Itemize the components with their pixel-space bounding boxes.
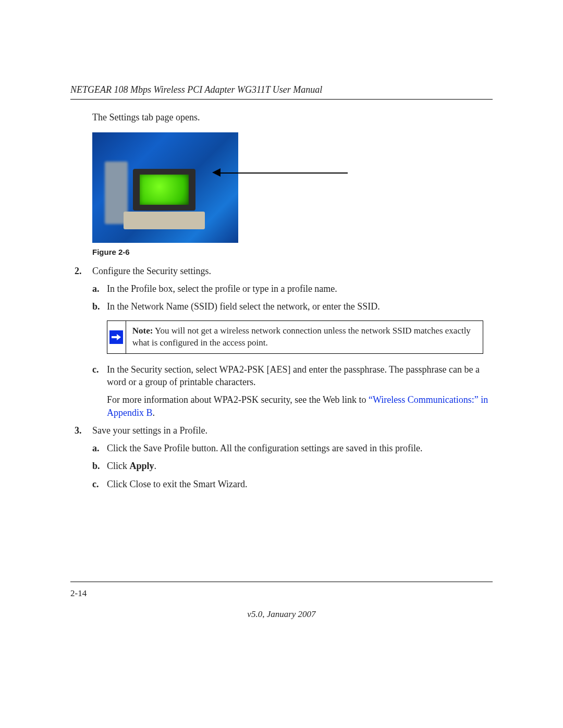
substep-letter: c.: [92, 363, 107, 389]
footer-rule: [70, 582, 493, 582]
substep-letter: c.: [92, 478, 107, 490]
substep-letter: b.: [92, 460, 107, 472]
running-header: NETGEAR 108 Mbps Wireless PCI Adapter WG…: [70, 83, 493, 96]
note-icon-cell: [107, 321, 126, 353]
step-3a: a. Click the Save Profile button. All th…: [92, 442, 493, 454]
step-text: Save your settings in a Profile.: [92, 424, 493, 437]
version-footer: v5.0, January 2007: [0, 609, 563, 621]
step-3b: b. Click Apply.: [92, 460, 493, 472]
step-3: 3. Save your settings in a Profile.: [75, 424, 493, 437]
step-2a: a. In the Profile box, select the profil…: [92, 282, 493, 295]
substep-text: Click Close to exit the Smart Wizard.: [107, 478, 493, 490]
pre: Click: [107, 461, 130, 471]
substep-text: Click Apply.: [107, 460, 493, 472]
step-2c-more: For more information about WPA2-PSK secu…: [107, 393, 493, 419]
note-box: Note: You will not get a wireless networ…: [107, 320, 483, 354]
page-number: 2-14: [70, 588, 87, 600]
more-post: .: [153, 408, 155, 418]
note-body: You will not get a wireless network conn…: [132, 326, 471, 348]
screenshot-image: [92, 132, 238, 243]
step-3c: c. Click Close to exit the Smart Wizard.: [92, 478, 493, 490]
arrow-right-icon: [109, 330, 123, 344]
note-text: Note: You will not get a wireless networ…: [126, 321, 483, 353]
figure-caption: Figure 2-6: [92, 247, 493, 257]
header-rule: [70, 99, 493, 100]
substep-text: In the Profile box, select the profile o…: [107, 282, 493, 295]
note-label: Note:: [132, 326, 153, 336]
apply-word: Apply: [130, 461, 154, 471]
step-number: 3.: [75, 424, 92, 437]
manual-page: NETGEAR 108 Mbps Wireless PCI Adapter WG…: [0, 0, 563, 728]
step-2c: c. In the Security section, select WPA2-…: [92, 363, 493, 389]
substep-text: In the Network Name (SSID) field select …: [107, 300, 493, 313]
step-text: Configure the Security settings.: [92, 265, 493, 277]
substep-text: Click the Save Profile button. All the c…: [107, 442, 493, 454]
step-2b: b. In the Network Name (SSID) field sele…: [92, 300, 493, 313]
intro-text: The Settings tab page opens.: [92, 111, 493, 124]
callout-arrow: [217, 187, 348, 188]
substep-text: In the Security section, select WPA2-PSK…: [107, 363, 493, 389]
substep-letter: a.: [92, 442, 107, 454]
figure-2-6: [92, 132, 493, 243]
substep-letter: a.: [92, 282, 107, 295]
more-pre: For more information about WPA2-PSK secu…: [107, 394, 369, 405]
step-number: 2.: [75, 265, 92, 277]
post: .: [154, 461, 157, 471]
substep-letter: b.: [92, 300, 107, 313]
step-2: 2. Configure the Security settings.: [75, 265, 493, 277]
